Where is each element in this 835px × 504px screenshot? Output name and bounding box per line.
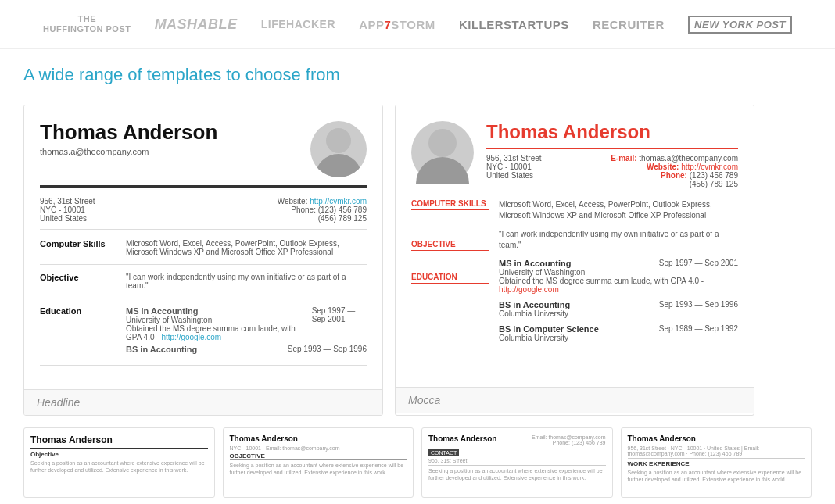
small-card-2-inner: Thomas Anderson NYC - 10001Email: thomas… xyxy=(224,428,414,497)
mocca-objective-content: "I can work independently using my own i… xyxy=(499,229,738,251)
small-card-2-label: OBJECTIVE xyxy=(230,452,407,460)
recruiter-logo: Recruiter xyxy=(593,18,665,31)
headline-header: Thomas Anderson thomas.a@thecompany.com xyxy=(40,121,367,188)
small-card-4[interactable]: Thomas Anderson 956, 31st Street · NYC -… xyxy=(621,427,812,498)
small-card-2-name: Thomas Anderson xyxy=(230,434,407,443)
template-card-headline[interactable]: Thomas Anderson thomas.a@thecompany.com … xyxy=(23,105,383,416)
headline-label: Headline xyxy=(24,389,382,415)
svg-point-0 xyxy=(315,154,362,177)
mocca-education-label: EDUCATION xyxy=(411,273,489,284)
mocca-avatar-image xyxy=(411,121,474,184)
mocca-name: Thomas Anderson xyxy=(486,121,738,143)
small-card-3-content: Seeking a position as an accountant wher… xyxy=(428,467,606,481)
headline-section: A wide range of templates to choose from xyxy=(0,49,835,93)
mocca-header-right: Thomas Anderson 956, 31st Street NYC - 1… xyxy=(486,121,738,188)
templates-grid: Thomas Anderson thomas.a@thecompany.com … xyxy=(0,93,835,427)
headline-name: Thomas Anderson xyxy=(40,121,217,144)
mocca-avatar xyxy=(411,121,474,184)
small-card-2-meta: NYC - 10001Email: thomas@company.com xyxy=(230,445,407,451)
mashable-logo: Mashable xyxy=(155,16,238,33)
media-bar: THEHUFFINGTON POST Mashable lifehacker a… xyxy=(0,0,835,49)
avatar-image xyxy=(310,121,367,177)
svg-point-2 xyxy=(416,157,469,184)
mocca-education-entries: MS in Accounting Sep 1997 — Sep 2001 Uni… xyxy=(499,259,738,342)
edu-entry-2: BS in Accounting Sep 1993 — Sep 1996 xyxy=(126,345,367,354)
page-title: A wide range of templates to choose from xyxy=(23,65,812,85)
huffpost-logo: THEHUFFINGTON POST xyxy=(43,14,131,34)
mocca-contact-right: E-mail: thomas.a@thecompany.com Website:… xyxy=(611,154,738,188)
svg-point-3 xyxy=(428,129,457,157)
mocca-objective-label: OBJECTIVE xyxy=(411,240,489,251)
headline-objective-section: Objective "I can work independently usin… xyxy=(40,273,367,298)
small-card-4-name: Thomas Anderson xyxy=(628,434,805,443)
small-card-1-content: Seeking a position as an accountant wher… xyxy=(30,459,208,474)
small-card-3-inner: Thomas Anderson CONTACT 956, 31st Street… xyxy=(422,428,612,497)
template-card-mocca[interactable]: Thomas Anderson 956, 31st Street NYC - 1… xyxy=(395,105,754,416)
small-card-1-line xyxy=(30,448,208,449)
mocca-address: 956, 31st Street NYC - 10001 United Stat… xyxy=(486,154,542,188)
mocca-website-link[interactable]: http://cvmkr.com xyxy=(681,163,738,171)
small-card-1[interactable]: Thomas Anderson Objective Seeking a posi… xyxy=(23,427,215,498)
small-card-3-header: Thomas Anderson CONTACT 956, 31st Street… xyxy=(428,434,606,463)
small-card-2-content: Seeking a position as an accountant wher… xyxy=(230,462,407,476)
killerstartups-logo: KillerStartups xyxy=(459,18,569,31)
headline-education-section: Education MS in Accounting University of… xyxy=(40,306,367,366)
mocca-body: COMPUTER SKILLS OBJECTIVE EDUCATION Micr… xyxy=(411,199,738,349)
template-headline-inner: Thomas Anderson thomas.a@thecompany.com … xyxy=(24,105,382,389)
mocca-left-col: COMPUTER SKILLS OBJECTIVE EDUCATION xyxy=(411,199,489,349)
headline-contact-right: Website: http://cvmkr.com Phone: (123) 4… xyxy=(278,197,367,223)
headline-name-block: Thomas Anderson thomas.a@thecompany.com xyxy=(40,121,217,156)
small-card-4-content: Seeking a position as an accountant wher… xyxy=(628,469,805,483)
headline-contact: 956, 31st Street NYC - 10001 United Stat… xyxy=(40,197,367,230)
small-cards-row: Thomas Anderson Objective Seeking a posi… xyxy=(0,427,835,504)
skills-content: Microsoft Word, Excel, Access, PowerPoin… xyxy=(126,239,367,256)
small-card-3[interactable]: Thomas Anderson CONTACT 956, 31st Street… xyxy=(421,427,613,498)
mocca-edu-link-1[interactable]: http://google.com xyxy=(499,285,559,294)
edu-link-1[interactable]: http://google.com xyxy=(161,333,221,341)
headline-skills-section: Computer Skills Microsoft Word, Excel, A… xyxy=(40,239,367,265)
mocca-contact-row: 956, 31st Street NYC - 10001 United Stat… xyxy=(486,154,738,188)
mocca-edu-3: BS in Computer Science Sep 1989 — Sep 19… xyxy=(499,324,738,342)
small-card-2[interactable]: Thomas Anderson NYC - 10001Email: thomas… xyxy=(223,427,414,498)
headline-website-link[interactable]: http://cvmkr.com xyxy=(310,197,367,206)
small-card-4-label: WORK EXPERIENCE xyxy=(628,460,805,467)
small-card-1-inner: Thomas Anderson Objective Seeking a posi… xyxy=(24,428,214,497)
mocca-skills-content: Microsoft Word, Excel, Access, PowerPoin… xyxy=(499,199,738,221)
mocca-skills-label: COMPUTER SKILLS xyxy=(411,199,489,210)
mocca-header: Thomas Anderson 956, 31st Street NYC - 1… xyxy=(411,121,738,188)
mocca-edu-1: MS in Accounting Sep 1997 — Sep 2001 Uni… xyxy=(499,259,738,294)
small-card-4-inner: Thomas Anderson 956, 31st Street · NYC -… xyxy=(622,428,812,497)
mocca-label: Mocca xyxy=(396,387,754,413)
edu-entry-1: MS in Accounting University of Washingto… xyxy=(126,306,367,341)
headline-address: 956, 31st Street NYC - 10001 United Stat… xyxy=(40,197,95,223)
mocca-name-line xyxy=(486,148,738,149)
nypost-logo: NEW YORK POST xyxy=(688,16,792,34)
mocca-right-col: Microsoft Word, Excel, Access, PowerPoin… xyxy=(499,199,738,349)
objective-label: Objective xyxy=(40,273,118,290)
headline-avatar xyxy=(310,121,367,177)
skills-label: Computer Skills xyxy=(40,239,118,256)
appstorm-logo: app7storm xyxy=(359,18,435,31)
lifehacker-logo: lifehacker xyxy=(261,18,335,30)
education-label: Education xyxy=(40,306,118,357)
template-mocca-inner: Thomas Anderson 956, 31st Street NYC - 1… xyxy=(396,105,754,387)
svg-point-1 xyxy=(326,128,351,153)
small-card-3-name: Thomas Anderson xyxy=(428,434,527,443)
headline-email: thomas.a@thecompany.com xyxy=(40,147,217,156)
education-content: MS in Accounting University of Washingto… xyxy=(126,306,367,357)
mocca-edu-2: BS in Accounting Sep 1993 — Sep 1996 Col… xyxy=(499,300,738,318)
objective-content: "I can work independently using my own i… xyxy=(126,273,367,290)
small-card-3-label: CONTACT xyxy=(428,449,459,456)
small-card-1-name: Thomas Anderson xyxy=(30,434,208,445)
small-card-1-label: Objective xyxy=(30,451,208,458)
